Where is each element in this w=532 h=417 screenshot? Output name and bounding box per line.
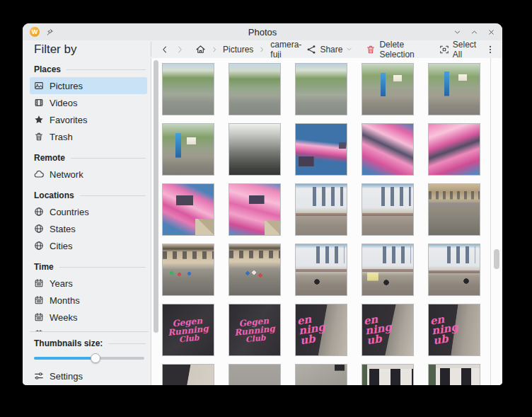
- sidebar-item-label: Network: [50, 169, 83, 180]
- sidebar-item-label: Countries: [50, 207, 89, 217]
- pin-icon[interactable]: [46, 28, 54, 36]
- photo-tshirt-closeup-2[interactable]: enningub: [362, 304, 414, 356]
- image-icon: [34, 81, 44, 91]
- tshirt-print-text: enningub: [295, 313, 328, 346]
- desktop-background: W Photos Filter by Picturescamera-fuji S…: [0, 0, 532, 417]
- breadcrumb-separator-icon: [211, 46, 218, 53]
- grid-scrollbar[interactable]: [490, 58, 502, 385]
- sidebar-scrollbar[interactable]: [151, 58, 161, 385]
- photo-asphalt[interactable]: [229, 364, 281, 385]
- sidebar-item-label: Favorites: [50, 115, 87, 125]
- forward-button: [175, 45, 185, 55]
- photo-pink-flag-building-1[interactable]: [162, 183, 214, 236]
- chevron-down-icon: [346, 46, 352, 52]
- thumbnail-size-slider[interactable]: [34, 353, 144, 363]
- photo-tshirt-gegen-1[interactable]: GegenRunningClub: [162, 304, 214, 356]
- sidebar-item-label: Trash: [50, 132, 73, 142]
- photo-park-crowd-2[interactable]: [229, 63, 281, 115]
- sidebar-item-label: Years: [50, 278, 73, 289]
- slider-fill: [34, 357, 96, 360]
- photo-park-startline-3[interactable]: [162, 123, 214, 176]
- sidebar-item-weeks[interactable]: Weeks: [30, 309, 147, 326]
- window-title: Photos: [23, 27, 502, 38]
- photo-pink-flags-crossed[interactable]: [362, 123, 414, 176]
- home-button[interactable]: [195, 44, 206, 55]
- minimize-button[interactable]: [453, 28, 461, 36]
- globe-icon: [34, 224, 44, 234]
- photo-runners-building-1[interactable]: [162, 244, 214, 296]
- photo-park-startline-1[interactable]: [362, 63, 414, 115]
- sidebar-item-network[interactable]: Network: [30, 166, 147, 183]
- sidebar-section-title: Places: [34, 64, 146, 75]
- sidebar-section-title: Locations: [34, 190, 146, 201]
- sidebar-item-trash[interactable]: Trash: [30, 128, 147, 145]
- share-button[interactable]: Share: [306, 45, 352, 55]
- photo-grid: GegenRunningClubGegenRunningClubenningub…: [162, 63, 480, 385]
- photo-pink-flag-closeup[interactable]: [428, 123, 480, 176]
- sidebar-item-years[interactable]: Years: [30, 275, 147, 292]
- maximize-button[interactable]: [470, 28, 478, 36]
- overflow-menu-button[interactable]: [485, 45, 495, 55]
- delete-selection-button[interactable]: Delete Selection: [366, 40, 425, 59]
- photo-pink-flag-sky-1[interactable]: [295, 123, 347, 176]
- sidebar-filter-list: PlacesPicturesVideosFavoritesTrashRemote…: [30, 58, 149, 331]
- photos-app-window: W Photos Filter by Picturescamera-fuji S…: [23, 23, 502, 385]
- sidebar-scrollbar-handle[interactable]: [154, 60, 158, 333]
- film-icon: [34, 98, 44, 108]
- cloud-icon: [34, 169, 44, 179]
- photo-office-street-3[interactable]: [295, 244, 347, 296]
- sidebar-item-favorites[interactable]: Favorites: [30, 111, 147, 128]
- back-button[interactable]: [160, 45, 170, 55]
- photo-park-crowd-1[interactable]: [162, 63, 214, 115]
- calendar-icon: [34, 312, 44, 322]
- calendar-icon: [34, 278, 44, 288]
- photo-building-windows-2[interactable]: [428, 364, 480, 385]
- titlebar[interactable]: W Photos: [23, 23, 502, 40]
- toolbar: Picturescamera-fuji Share Delete Selecti…: [151, 40, 502, 59]
- photo-tshirt-closeup-3[interactable]: enningub: [428, 304, 480, 356]
- share-label: Share: [320, 45, 342, 55]
- content-area: GegenRunningClubGegenRunningClubenningub…: [161, 58, 502, 385]
- photo-office-street-2[interactable]: [362, 183, 414, 236]
- app-icon: W: [30, 27, 40, 37]
- breadcrumb: Picturescamera-fuji: [211, 40, 301, 59]
- sidebar: PlacesPicturesVideosFavoritesTrashRemote…: [23, 58, 151, 385]
- tshirt-print-text: GegenRunningClub: [166, 316, 209, 345]
- grid-scrollbar-handle[interactable]: [494, 249, 499, 269]
- photo-tshirt-closeup-1[interactable]: enningub: [295, 304, 347, 356]
- photo-tshirt-fragment[interactable]: en: [162, 364, 214, 385]
- sidebar-item-videos[interactable]: Videos: [30, 94, 147, 111]
- photo-office-street-1[interactable]: [295, 183, 347, 236]
- slider-handle[interactable]: [91, 353, 100, 363]
- select-all-button[interactable]: Select All: [439, 40, 478, 59]
- photo-office-street-4[interactable]: [428, 244, 480, 296]
- sidebar-section-title: Time: [34, 261, 146, 273]
- photo-street-wide[interactable]: [428, 183, 480, 236]
- star-icon: [34, 115, 44, 125]
- photo-office-street-banner[interactable]: [362, 244, 414, 296]
- sidebar-item-months[interactable]: Months: [30, 292, 147, 309]
- sidebar-item-pictures[interactable]: Pictures: [30, 77, 147, 94]
- settings-button[interactable]: Settings: [30, 367, 147, 384]
- sidebar-bottom-panel: Thumbnails size: Settings: [30, 331, 149, 385]
- photo-runners-building-2[interactable]: [229, 244, 281, 296]
- sidebar-item-days[interactable]: Days: [30, 326, 147, 331]
- photo-tshirt-gegen-2[interactable]: GegenRunningClub: [229, 304, 281, 356]
- breadcrumb-item-pictures[interactable]: Pictures: [223, 45, 253, 55]
- close-button[interactable]: [487, 28, 495, 36]
- trash-icon: [366, 45, 376, 55]
- photo-crowd-blackwhite[interactable]: [229, 123, 281, 176]
- toolbar-row: Filter by Picturescamera-fuji Share Dele…: [23, 40, 502, 58]
- breadcrumb-item-camera-fuji[interactable]: camera-fuji: [270, 40, 301, 59]
- sidebar-item-countries[interactable]: Countries: [30, 203, 147, 220]
- calendar-icon: [34, 295, 44, 305]
- delete-selection-label: Delete Selection: [379, 40, 425, 59]
- sidebar-item-cities[interactable]: Cities: [30, 237, 147, 254]
- sidebar-item-label: States: [50, 224, 76, 234]
- photo-pink-flag-building-2[interactable]: [229, 183, 281, 236]
- sidebar-item-states[interactable]: States: [30, 220, 147, 237]
- photo-park-crowd-3[interactable]: [295, 63, 347, 115]
- photo-park-startline-2[interactable]: [428, 63, 480, 115]
- photo-building-windows-1[interactable]: [362, 364, 414, 385]
- photo-asphalt-pink-mark[interactable]: [295, 364, 347, 385]
